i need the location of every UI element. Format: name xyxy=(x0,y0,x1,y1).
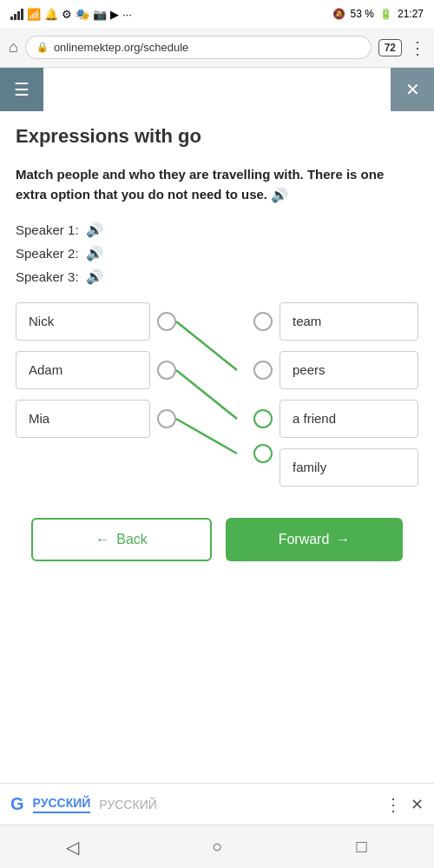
lock-icon: 🔒 xyxy=(36,42,49,53)
battery-icon: 🔋 xyxy=(379,8,392,20)
speaker-3-label: Speaker 3: xyxy=(16,269,79,284)
status-bar: 📶 🔔 ⚙ 🎭 📷 ▶ ··· 🔕 53 % 🔋 21:27 xyxy=(0,0,434,28)
translate-menu-icon[interactable]: ⋮ xyxy=(385,794,402,815)
bottom-navigation: ← Back Forward → xyxy=(16,504,418,575)
hamburger-icon: ☰ xyxy=(14,79,30,100)
right-circle-family[interactable] xyxy=(253,444,273,463)
left-circle-adam[interactable] xyxy=(157,361,176,380)
close-icon: ✕ xyxy=(405,79,420,100)
main-content: Expressions with go Match people and who… xyxy=(0,111,434,589)
translate-close-button[interactable]: ✕ xyxy=(411,795,424,814)
speaker-1-audio-button[interactable]: 🔊 xyxy=(86,222,103,238)
right-item-friend: a friend xyxy=(279,400,418,438)
instructions-text: Match people and who they are travelling… xyxy=(16,165,418,206)
connections-area xyxy=(150,302,279,487)
matching-area: Nick Adam Mia xyxy=(16,302,418,487)
svg-line-2 xyxy=(176,419,237,454)
tab-count[interactable]: 72 xyxy=(378,39,402,56)
status-left: 📶 🔔 ⚙ 🎭 📷 ▶ ··· xyxy=(10,8,132,21)
forward-label: Forward xyxy=(279,532,330,547)
app-icon-1: ⚙ xyxy=(62,8,72,21)
right-circle-friend[interactable] xyxy=(253,409,273,428)
phone-recents-button[interactable]: □ xyxy=(349,834,375,860)
right-column: team peers a friend family xyxy=(279,302,418,487)
home-icon[interactable]: ⌂ xyxy=(9,38,18,56)
translate-bar: G РУССКИЙ РУССКИЙ ⋮ ✕ xyxy=(0,783,434,825)
hamburger-button[interactable]: ☰ xyxy=(0,68,43,111)
translate-lang-active[interactable]: РУССКИЙ xyxy=(33,796,91,813)
right-item-peers: peers xyxy=(279,351,418,389)
signal-icon xyxy=(10,8,23,20)
phone-back-button[interactable]: ◁ xyxy=(59,834,85,860)
wifi-icon: 📶 xyxy=(27,8,41,21)
browser-bar: ⌂ 🔒 onlinemektep.org/schedule 72 ⋮ xyxy=(0,28,434,68)
speaker-2-label: Speaker 2: xyxy=(16,246,79,261)
speaker-3-audio-button[interactable]: 🔊 xyxy=(86,268,103,285)
notification-icon: 🔔 xyxy=(44,8,58,21)
svg-line-0 xyxy=(176,321,237,370)
translate-lang-inactive[interactable]: РУССКИЙ xyxy=(99,798,156,812)
right-item-family: family xyxy=(279,448,418,487)
mute-icon: 🔕 xyxy=(332,8,345,20)
speaker-3-row: Speaker 3: 🔊 xyxy=(16,268,418,285)
clock: 21:27 xyxy=(398,8,424,20)
back-label: Back xyxy=(116,532,148,547)
battery-percent: 53 % xyxy=(351,8,374,20)
left-column: Nick Adam Mia xyxy=(16,302,150,487)
speaker-1-row: Speaker 1: 🔊 xyxy=(16,222,418,238)
forward-arrow-icon: → xyxy=(336,532,350,547)
instructions-audio-button[interactable]: 🔊 xyxy=(271,185,288,206)
right-circle-team[interactable] xyxy=(253,312,273,331)
speaker-1-label: Speaker 1: xyxy=(16,222,79,237)
page-title: Expressions with go xyxy=(16,125,418,148)
left-circle-nick[interactable] xyxy=(157,312,176,331)
nav-bar: ☰ ✕ xyxy=(0,68,434,111)
speaker-2-row: Speaker 2: 🔊 xyxy=(16,245,418,262)
app-icon-3: 📷 xyxy=(93,8,107,21)
speaker-2-audio-button[interactable]: 🔊 xyxy=(86,245,103,262)
left-item-mia: Mia xyxy=(16,400,150,438)
speakers-section: Speaker 1: 🔊 Speaker 2: 🔊 Speaker 3: 🔊 xyxy=(16,222,418,285)
svg-line-1 xyxy=(176,370,237,419)
right-circle-peers[interactable] xyxy=(253,361,273,380)
url-text: onlinemektep.org/schedule xyxy=(54,41,188,54)
back-button[interactable]: ← Back xyxy=(31,518,212,561)
url-bar[interactable]: 🔒 onlinemektep.org/schedule xyxy=(25,36,372,59)
status-right: 🔕 53 % 🔋 21:27 xyxy=(332,8,424,20)
phone-nav-bar: ◁ ○ □ xyxy=(0,825,434,868)
google-translate-logo: G xyxy=(10,794,24,814)
browser-menu-icon[interactable]: ⋮ xyxy=(409,37,425,58)
close-button[interactable]: ✕ xyxy=(391,68,434,111)
more-dots: ··· xyxy=(122,8,132,21)
left-circle-mia[interactable] xyxy=(157,409,176,428)
app-icon-2: 🎭 xyxy=(76,8,89,21)
right-item-team: team xyxy=(279,302,418,341)
left-item-nick: Nick xyxy=(16,302,150,341)
app-icon-4: ▶ xyxy=(110,8,119,21)
phone-home-button[interactable]: ○ xyxy=(204,834,230,860)
left-item-adam: Adam xyxy=(16,351,150,389)
back-arrow-icon: ← xyxy=(95,532,109,547)
forward-button[interactable]: Forward → xyxy=(226,518,403,561)
